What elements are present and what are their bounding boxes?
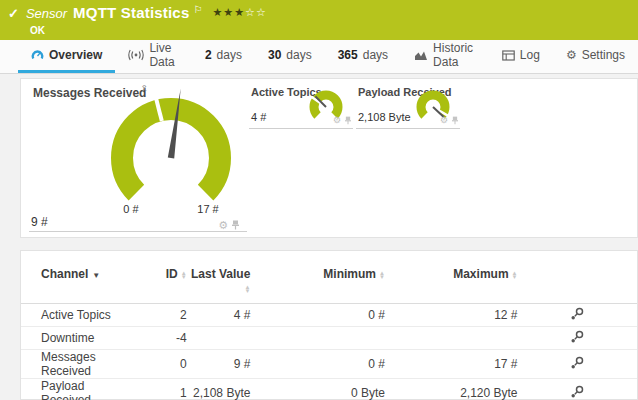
tab-label: Live Data xyxy=(149,41,179,69)
gauge-current-value: 4 # xyxy=(251,111,266,123)
channel-minimum: 0 Byte xyxy=(250,379,385,400)
status-badge: OK xyxy=(30,25,45,36)
sorted-desc-icon: ▼ xyxy=(92,271,100,280)
table-row: Active Topics 2 4 # 0 # 12 # xyxy=(21,304,637,327)
tab-settings[interactable]: ⚙ Settings xyxy=(553,40,638,73)
primary-gauge xyxy=(21,79,251,239)
table-row: Downtime -4 xyxy=(21,327,637,350)
gauge-tile-payload-received: Payload Received 2,108 Byte ⚙ xyxy=(356,83,460,129)
sort-icon: ▲▼ xyxy=(181,271,187,279)
pin-icon[interactable] xyxy=(452,116,458,125)
channel-maximum: 17 # xyxy=(385,350,518,379)
chart-icon xyxy=(414,50,428,61)
flag-icon[interactable]: ⚐ xyxy=(193,4,202,15)
channel-maximum: 12 # xyxy=(385,304,518,327)
gauge-tile-messages-received: Messages Received x̄ 0 # 17 # 9 # ⚙ xyxy=(21,79,251,239)
table-row: Payload Received 1 2,108 Byte 0 Byte 2,1… xyxy=(21,379,637,400)
channel-id: 1 xyxy=(133,379,187,400)
stars-filled: ★★★ xyxy=(212,6,245,18)
tab-label: Settings xyxy=(582,48,625,62)
channel-maximum: 2,120 Byte xyxy=(385,379,518,400)
channel-last-value: 9 # xyxy=(187,350,251,379)
sort-icon: ▲▼ xyxy=(379,271,385,279)
column-header-last-value[interactable]: Last Value▲▼ xyxy=(187,263,251,304)
channel-minimum xyxy=(250,327,385,350)
channel-minimum: 0 # xyxy=(250,304,385,327)
gauge-tile-actions: ⚙ xyxy=(333,115,351,125)
tab-label: days xyxy=(217,48,242,62)
channel-id: -4 xyxy=(133,327,187,350)
stars-empty: ☆☆ xyxy=(245,6,267,18)
tab-overview[interactable]: Overview xyxy=(18,40,115,73)
channel-table-panel: Channel▼ ID▲▼ Last Value▲▼ Minimum▲▼ Max… xyxy=(20,250,638,400)
column-label: Minimum xyxy=(323,267,376,281)
gauge-settings-gear-icon[interactable]: ⚙ xyxy=(440,115,448,125)
ok-check-icon: ✓ xyxy=(8,6,19,21)
channel-name[interactable]: Active Topics xyxy=(21,304,133,327)
channel-settings-icon[interactable] xyxy=(570,330,584,344)
column-label: Channel xyxy=(41,267,88,281)
channel-settings-icon[interactable] xyxy=(570,356,584,370)
gauge-min-label: 0 # xyxy=(111,203,151,215)
gauge-tile-actions: ⚙ xyxy=(218,220,239,230)
channel-name[interactable]: Downtime xyxy=(21,327,133,350)
column-label: Maximum xyxy=(453,267,508,281)
channel-last-value: 4 # xyxy=(187,304,251,327)
column-label: ID xyxy=(166,267,178,281)
sort-icon: ▲▼ xyxy=(512,271,518,279)
pin-icon[interactable] xyxy=(345,116,351,125)
tab-30-days[interactable]: 30 days xyxy=(255,40,325,73)
sensor-title: MQTT Statistics xyxy=(73,4,189,21)
channel-last-value: 2,108 Byte xyxy=(187,379,251,400)
tab-365-days[interactable]: 365 days xyxy=(325,40,401,73)
gauge-settings-gear-icon[interactable]: ⚙ xyxy=(218,220,228,230)
tile-divider xyxy=(29,231,247,232)
channel-name[interactable]: Payload Received xyxy=(21,379,133,400)
sort-icon: ▲▼ xyxy=(244,285,250,293)
tab-label: Overview xyxy=(49,48,102,62)
tab-2-days[interactable]: 2 days xyxy=(192,40,255,73)
channel-id: 0 xyxy=(133,350,187,379)
channel-id: 2 xyxy=(133,304,187,327)
gauge-current-value: 9 # xyxy=(31,215,48,229)
table-header-row: Channel▼ ID▲▼ Last Value▲▼ Minimum▲▼ Max… xyxy=(21,263,637,304)
tab-num: 30 xyxy=(268,48,281,62)
tab-label: Log xyxy=(520,48,540,62)
column-header-maximum[interactable]: Maximum▲▼ xyxy=(385,263,518,304)
channel-settings-icon[interactable] xyxy=(570,385,584,399)
channel-minimum: 0 # xyxy=(250,350,385,379)
tab-num: 2 xyxy=(205,48,212,62)
channel-settings-icon[interactable] xyxy=(570,307,584,321)
gauge-settings-gear-icon[interactable]: ⚙ xyxy=(333,115,341,125)
column-header-actions xyxy=(518,263,637,304)
column-header-id[interactable]: ID▲▼ xyxy=(133,263,187,304)
channel-maximum xyxy=(385,327,518,350)
tab-label: days xyxy=(363,48,388,62)
priority-stars[interactable]: ★★★☆☆ xyxy=(212,6,266,19)
pin-icon[interactable] xyxy=(232,220,239,230)
channel-last-value xyxy=(187,327,251,350)
sensor-header: ✓ Sensor MQTT Statistics ⚐ ★★★☆☆ OK xyxy=(0,0,638,40)
tab-live-data[interactable]: Live Data xyxy=(115,40,192,73)
gauge-max-label: 17 # xyxy=(188,203,228,215)
gear-icon: ⚙ xyxy=(566,49,577,61)
sensor-kind-label: Sensor xyxy=(26,6,67,21)
gauges-panel: Messages Received x̄ 0 # 17 # 9 # ⚙ Acti… xyxy=(20,78,638,238)
tab-bar: Overview Live Data 2 days 30 days 365 da… xyxy=(0,40,638,74)
table-row: Messages Received 0 9 # 0 # 17 # xyxy=(21,350,637,379)
gauge-tile-active-topics: Active Topics 4 # ⚙ xyxy=(249,83,353,129)
tab-log[interactable]: Log xyxy=(489,40,553,73)
column-label: Last Value xyxy=(191,267,250,281)
gauge-current-value: 2,108 Byte xyxy=(358,111,411,123)
column-header-channel[interactable]: Channel▼ xyxy=(21,263,133,304)
log-icon xyxy=(502,50,515,61)
column-header-minimum[interactable]: Minimum▲▼ xyxy=(250,263,385,304)
gauge-tile-actions: ⚙ xyxy=(440,115,458,125)
tab-label: days xyxy=(286,48,311,62)
tab-num: 365 xyxy=(338,48,358,62)
channel-table: Channel▼ ID▲▼ Last Value▲▼ Minimum▲▼ Max… xyxy=(21,263,637,400)
tab-historic-data[interactable]: Historic Data xyxy=(401,40,489,73)
tab-label: Historic Data xyxy=(433,41,476,69)
channel-name[interactable]: Messages Received xyxy=(21,350,133,379)
gauge-icon xyxy=(31,49,44,61)
